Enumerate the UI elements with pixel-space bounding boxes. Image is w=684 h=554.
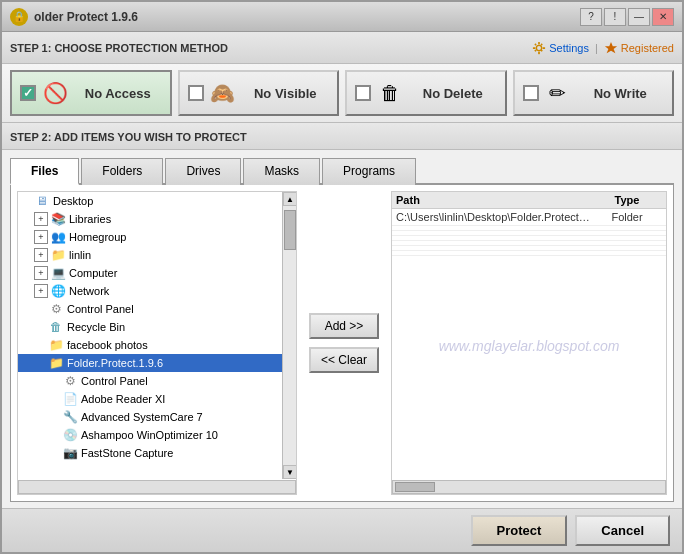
horiz-scrollbar-left[interactable] [18,480,296,494]
tree-label: Network [69,285,109,297]
right-panel-header: Path Type [392,192,666,209]
no-delete-checkbox[interactable] [355,85,371,101]
no-delete-icon: 🗑 [375,78,405,108]
main-window: 🔒 older Protect 1.9.6 ? ! — ✕ STEP 1: CH… [0,0,684,554]
tree-container: 🖥 Desktop + 📚 Libraries + 👥 Homegroup [18,192,296,479]
bottom-bar: Protect Cancel [2,508,682,552]
desktop-icon: 🖥 [34,193,50,209]
no-visible-button[interactable]: 🙈 No Visible [178,70,340,116]
no-visible-label: No Visible [242,86,330,101]
right-panel: Path Type C:\Users\linlin\Desktop\Folder… [391,191,667,495]
clear-button[interactable]: << Clear [309,347,379,373]
scroll-thumb[interactable] [284,210,296,250]
tree-item-folderprotect[interactable]: 📁 Folder.Protect.1.9.6 [18,354,282,372]
tree-item-homegroup[interactable]: + 👥 Homegroup [18,228,282,246]
tree-item-controlpanel[interactable]: ⚙ Control Panel [18,300,282,318]
separator: | [595,42,598,54]
step1-bar: STEP 1: CHOOSE PROTECTION METHOD Setting… [2,32,682,64]
toolbar-right: Settings | Registered [532,41,674,55]
tab-folders[interactable]: Folders [81,158,163,185]
tab-drives[interactable]: Drives [165,158,241,185]
help-button[interactable]: ? [580,8,602,26]
sysc-icon: 🔧 [62,409,78,425]
check-icon: ✓ [23,86,33,100]
svg-rect-3 [533,47,536,49]
folder-icon: 📁 [50,247,66,263]
tree-label: Ashampoo WinOptimizer 10 [81,429,218,441]
horiz-thumb[interactable] [395,482,435,492]
no-visible-checkbox[interactable] [188,85,204,101]
expand-icon[interactable]: + [34,212,48,226]
no-write-icon: ✏ [543,78,573,108]
tree-label: facebook photos [67,339,148,351]
tree-label: Homegroup [69,231,126,243]
col-path-header: Path [396,194,592,206]
tree-item-recycle[interactable]: 🗑 Recycle Bin [18,318,282,336]
no-delete-button[interactable]: 🗑 No Delete [345,70,507,116]
tree-item-libraries[interactable]: + 📚 Libraries [18,210,282,228]
expand-icon[interactable]: + [34,230,48,244]
tree-item-adobe[interactable]: 📄 Adobe Reader XI [18,390,282,408]
settings-link[interactable]: Settings [532,41,589,55]
panels-area: 🖥 Desktop + 📚 Libraries + 👥 Homegroup [10,185,674,502]
tree-label: Adobe Reader XI [81,393,165,405]
protection-bar: ✓ 🚫 No Access 🙈 No Visible 🗑 No Delete ✏… [2,64,682,123]
registered-link[interactable]: Registered [604,41,674,55]
gear-icon [532,41,546,55]
vertical-scrollbar[interactable]: ▲ ▼ [282,192,296,479]
tree-scroll[interactable]: 🖥 Desktop + 📚 Libraries + 👥 Homegroup [18,192,282,479]
tree-item-linlin[interactable]: + 📁 linlin [18,246,282,264]
exclaim-button[interactable]: ! [604,8,626,26]
tab-programs[interactable]: Programs [322,158,416,185]
svg-rect-1 [538,41,540,44]
tab-masks[interactable]: Masks [243,158,320,185]
tab-files[interactable]: Files [10,158,79,185]
expand-icon[interactable]: + [34,284,48,298]
right-rows: C:\Users\linlin\Desktop\Folder.Protect.1… [392,209,666,479]
protect-button[interactable]: Protect [471,515,568,546]
tree-label: Computer [69,267,117,279]
scroll-up-btn[interactable]: ▲ [283,192,296,206]
horiz-scrollbar-right[interactable] [392,480,666,494]
facebook-icon: 📁 [48,337,64,353]
tree-item-desktop[interactable]: 🖥 Desktop [18,192,282,210]
expand-icon[interactable]: + [34,266,48,280]
tree-label: Libraries [69,213,111,225]
scroll-track[interactable] [283,206,296,465]
tree-item-fast[interactable]: 📷 FastStone Capture [18,444,282,462]
tree-item-ash[interactable]: 💿 Ashampoo WinOptimizer 10 [18,426,282,444]
tree-item-ctrl2[interactable]: ⚙ Control Panel [18,372,282,390]
tree-item-network[interactable]: + 🌐 Network [18,282,282,300]
ash-icon: 💿 [62,427,78,443]
tree-item-sysc[interactable]: 🔧 Advanced SystemCare 7 [18,408,282,426]
scroll-down-btn[interactable]: ▼ [283,465,296,479]
svg-point-0 [537,45,542,50]
expand-icon[interactable]: + [34,248,48,262]
col-type-header: Type [592,194,662,206]
tree-label: Control Panel [81,375,148,387]
tree-label: Recycle Bin [67,321,125,333]
minimize-button[interactable]: — [628,8,650,26]
add-button[interactable]: Add >> [309,313,379,339]
computer-icon: 💻 [50,265,66,281]
protect-item-icon: 📁 [48,355,64,371]
app-icon: 🔒 [10,8,28,26]
no-write-button[interactable]: ✏ No Write [513,70,675,116]
tree-label: Advanced SystemCare 7 [81,411,203,423]
cancel-button[interactable]: Cancel [575,515,670,546]
svg-rect-2 [538,51,540,54]
no-access-checkbox[interactable]: ✓ [20,85,36,101]
table-row[interactable]: C:\Users\linlin\Desktop\Folder.Protect.1… [392,209,666,226]
step1-label: STEP 1: CHOOSE PROTECTION METHOD [10,42,228,54]
tree-item-facebook[interactable]: 📁 facebook photos [18,336,282,354]
ctrl2-icon: ⚙ [62,373,78,389]
step2-label: STEP 2: ADD ITEMS YOU WISH TO PROTECT [10,131,247,143]
close-button[interactable]: ✕ [652,8,674,26]
title-bar-left: 🔒 older Protect 1.9.6 [10,8,138,26]
no-write-checkbox[interactable] [523,85,539,101]
step2-bar: STEP 2: ADD ITEMS YOU WISH TO PROTECT [2,123,682,150]
network-icon: 🌐 [50,283,66,299]
tree-item-computer[interactable]: + 💻 Computer [18,264,282,282]
tree-label: Folder.Protect.1.9.6 [67,357,163,369]
no-access-button[interactable]: ✓ 🚫 No Access [10,70,172,116]
